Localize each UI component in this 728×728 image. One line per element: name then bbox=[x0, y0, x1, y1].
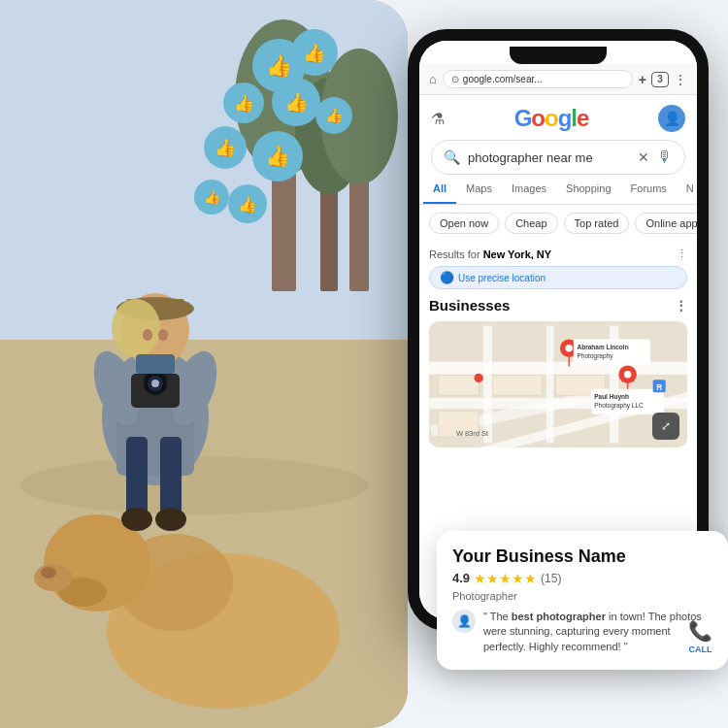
url-bar[interactable]: ⊙ google.com/sear... bbox=[443, 70, 633, 88]
svg-rect-44 bbox=[492, 376, 542, 395]
call-button[interactable]: 📞 CALL bbox=[688, 619, 712, 654]
google-top-bar: ⚗ Google 👤 bbox=[431, 105, 685, 132]
svg-point-48 bbox=[475, 374, 483, 382]
tab-more[interactable]: N bbox=[677, 175, 697, 204]
svg-text:Abraham Lincoln: Abraham Lincoln bbox=[578, 344, 629, 350]
google-search-area: ⚗ Google 👤 🔍 photographer near me ✕ 🎙 bbox=[419, 95, 697, 175]
svg-point-28 bbox=[143, 329, 152, 341]
business-card: Your Business Name 4.9 ★★★★★ (15) Photog… bbox=[437, 531, 728, 670]
svg-text:R: R bbox=[656, 382, 662, 392]
location-icon: 🔵 bbox=[440, 271, 454, 284]
map-container[interactable]: W 83rd St Abraham Lincoln Photography bbox=[429, 321, 687, 447]
call-label: CALL bbox=[689, 645, 712, 654]
results-header: Results for New York, NY ⋮ bbox=[429, 242, 687, 266]
phone-notch bbox=[510, 47, 607, 64]
user-avatar[interactable]: 👤 bbox=[658, 105, 685, 132]
svg-point-13 bbox=[34, 564, 73, 591]
svg-rect-39 bbox=[483, 326, 492, 444]
like-bubble-6: 👍 bbox=[204, 126, 247, 169]
chip-cheap[interactable]: Cheap bbox=[505, 213, 557, 234]
reviewer-avatar: 👤 bbox=[452, 610, 476, 633]
add-tab-icon[interactable]: + bbox=[639, 72, 646, 87]
mic-icon[interactable]: 🎙 bbox=[657, 149, 673, 166]
results-text: Results for New York, NY bbox=[429, 248, 551, 260]
tab-images[interactable]: Images bbox=[502, 175, 556, 204]
call-icon: 📞 bbox=[688, 619, 712, 643]
svg-text:Photography: Photography bbox=[578, 352, 614, 360]
tab-shopping[interactable]: Shopping bbox=[556, 175, 621, 204]
browser-bar: ⌂ ⊙ google.com/sear... + 3 ⋮ bbox=[419, 64, 697, 95]
business-type: Photographer bbox=[452, 590, 712, 602]
svg-point-32 bbox=[121, 508, 152, 531]
chip-online[interactable]: Online app... bbox=[635, 213, 697, 234]
svg-point-33 bbox=[155, 508, 186, 531]
chip-open-now[interactable]: Open now bbox=[429, 213, 499, 234]
svg-rect-31 bbox=[160, 437, 182, 514]
like-bubble-2: 👍 bbox=[291, 29, 338, 76]
location-btn-text: Use precise location bbox=[458, 273, 546, 283]
businesses-section: Businesses ⋮ bbox=[429, 297, 687, 447]
map-expand-btn[interactable]: ⤢ bbox=[652, 413, 679, 440]
svg-rect-30 bbox=[126, 437, 148, 514]
expand-icon: ⤢ bbox=[661, 419, 671, 433]
like-bubble-8: 👍 bbox=[194, 180, 229, 215]
search-query[interactable]: photographer near me bbox=[468, 150, 630, 165]
review-count: (15) bbox=[541, 572, 561, 585]
svg-rect-40 bbox=[546, 326, 553, 444]
filter-chips: Open now Cheap Top rated Online app... bbox=[419, 205, 697, 242]
business-name: Your Business Name bbox=[452, 546, 712, 567]
like-bubble-5: 👍 bbox=[315, 97, 352, 134]
tab-forums[interactable]: Forums bbox=[621, 175, 677, 204]
svg-point-29 bbox=[158, 329, 168, 341]
svg-point-50 bbox=[565, 345, 572, 351]
svg-point-14 bbox=[41, 567, 56, 579]
search-icon: 🔍 bbox=[444, 149, 460, 165]
tab-maps[interactable]: Maps bbox=[456, 175, 502, 204]
businesses-more[interactable]: ⋮ bbox=[675, 298, 687, 313]
like-bubble-4: 👍 bbox=[272, 78, 320, 126]
businesses-title: Businesses bbox=[429, 297, 510, 314]
svg-text:Paul Huynh: Paul Huynh bbox=[594, 393, 629, 401]
svg-point-55 bbox=[624, 371, 631, 378]
like-bubble-3: 👍 bbox=[223, 83, 264, 123]
svg-rect-43 bbox=[438, 376, 479, 395]
browser-icons: + 3 ⋮ bbox=[639, 72, 687, 87]
business-rating: 4.9 ★★★★★ (15) bbox=[452, 571, 712, 586]
star-rating: ★★★★★ bbox=[474, 571, 537, 586]
businesses-header: Businesses ⋮ bbox=[429, 297, 687, 314]
likes-container: 👍 👍 👍 👍 👍 👍 👍 👍 👍 bbox=[136, 29, 330, 301]
more-options-results[interactable]: ⋮ bbox=[677, 248, 687, 260]
svg-rect-34 bbox=[136, 354, 175, 374]
svg-point-23 bbox=[151, 380, 159, 387]
flask-icon: ⚗ bbox=[431, 110, 445, 128]
rating-number: 4.9 bbox=[452, 571, 470, 585]
like-bubble-9: 👍 bbox=[228, 184, 267, 223]
clear-icon[interactable]: ✕ bbox=[638, 149, 649, 165]
more-options-icon[interactable]: ⋮ bbox=[674, 72, 687, 87]
business-review: 👤 " The best photographer in town! The p… bbox=[452, 610, 712, 654]
google-logo: Google bbox=[514, 105, 589, 132]
results-location: New York, NY bbox=[483, 248, 552, 260]
tab-count[interactable]: 3 bbox=[651, 72, 669, 87]
tab-all[interactable]: All bbox=[423, 175, 456, 204]
review-text: " The best photographer in town! The pho… bbox=[483, 610, 712, 654]
svg-text:Photography LLC: Photography LLC bbox=[594, 402, 644, 410]
use-precise-location-btn[interactable]: 🔵 Use precise location bbox=[429, 266, 687, 289]
home-icon[interactable]: ⌂ bbox=[429, 72, 437, 86]
svg-text:W 83rd St: W 83rd St bbox=[456, 429, 489, 438]
url-text: google.com/sear... bbox=[463, 74, 543, 84]
like-bubble-7: 👍 bbox=[252, 131, 303, 182]
search-bar[interactable]: 🔍 photographer near me ✕ 🎙 bbox=[431, 140, 685, 175]
search-tabs: All Maps Images Shopping Forums N bbox=[419, 175, 697, 205]
svg-point-27 bbox=[112, 299, 160, 357]
chip-top-rated[interactable]: Top rated bbox=[564, 213, 630, 234]
